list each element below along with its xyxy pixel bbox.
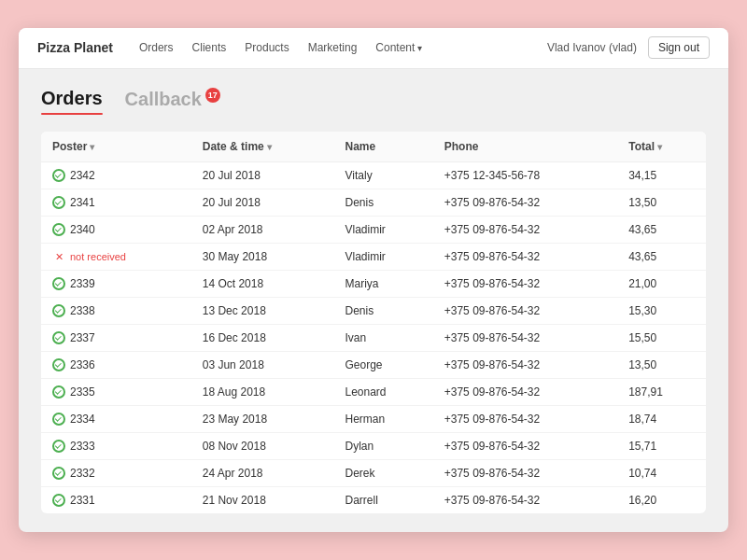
- cell-poster: 2341: [41, 189, 191, 217]
- order-id: 2340: [70, 223, 95, 236]
- cell-total: 15,50: [617, 325, 706, 352]
- cell-total: 43,65: [617, 244, 706, 271]
- cell-phone: +375 09-876-54-32: [433, 298, 617, 325]
- cell-name: Mariya: [334, 271, 433, 298]
- table-header-row: Poster Date & time Name Phone Total: [41, 132, 706, 162]
- sign-out-button[interactable]: Sign out: [648, 36, 710, 59]
- cell-poster: 2342: [41, 162, 191, 189]
- cell-phone: +375 09-876-54-32: [433, 244, 617, 271]
- cell-total: 21,00: [617, 271, 706, 298]
- col-total[interactable]: Total: [617, 132, 706, 162]
- cell-poster: 2332: [41, 460, 191, 487]
- tab-callback[interactable]: Callback17: [125, 88, 220, 116]
- cell-name: Ivan: [334, 325, 433, 352]
- cell-name: Herman: [334, 406, 433, 433]
- cell-date: 14 Oct 2018: [191, 271, 334, 298]
- cell-phone: +375 09-876-54-32: [433, 460, 617, 487]
- cell-name: Derek: [334, 460, 433, 487]
- cell-phone: +375 09-876-54-32: [433, 352, 617, 379]
- top-nav: Pizza Planet Orders Clients Products Mar…: [19, 28, 728, 69]
- table-row[interactable]: 233518 Aug 2018Leonard+375 09-876-54-321…: [41, 379, 706, 406]
- check-icon: [52, 277, 65, 290]
- cell-total: 13,50: [617, 189, 706, 217]
- table-row[interactable]: 234002 Apr 2018Vladimir+375 09-876-54-32…: [41, 217, 706, 244]
- nav-clients[interactable]: Clients: [192, 41, 227, 54]
- check-icon: [52, 440, 65, 453]
- cell-phone: +375 09-876-54-32: [433, 487, 617, 514]
- cell-date: 20 Jul 2018: [191, 162, 334, 189]
- cell-poster: 2334: [41, 406, 191, 433]
- cell-name: Darrell: [334, 487, 433, 514]
- cell-name: Denis: [334, 189, 433, 217]
- table-row[interactable]: 233121 Nov 2018Darrell+375 09-876-54-321…: [41, 487, 706, 514]
- cell-poster: 2337: [41, 325, 191, 352]
- cell-total: 43,65: [617, 217, 706, 244]
- col-name: Name: [334, 132, 433, 162]
- order-id: 2333: [70, 440, 95, 453]
- cell-poster: 2335: [41, 379, 191, 406]
- table-row[interactable]: 234120 Jul 2018Denis+375 09-876-54-3213,…: [41, 189, 706, 217]
- cell-phone: +375 09-876-54-32: [433, 379, 617, 406]
- callback-badge: 17: [205, 88, 220, 103]
- cell-phone: +375 09-876-54-32: [433, 433, 617, 460]
- nav-orders[interactable]: Orders: [139, 41, 174, 54]
- check-icon: [52, 223, 65, 236]
- nav-content[interactable]: Content: [375, 41, 422, 54]
- table-row[interactable]: 233716 Dec 2018Ivan+375 09-876-54-3215,5…: [41, 325, 706, 352]
- table-row[interactable]: 233813 Dec 2018Denis+375 09-876-54-3215,…: [41, 298, 706, 325]
- table-row[interactable]: 234220 Jul 2018Vitaly+375 12-345-56-7834…: [41, 162, 706, 189]
- cell-poster: 2333: [41, 433, 191, 460]
- brand-name: Pizza Planet: [37, 40, 113, 55]
- cell-date: 16 Dec 2018: [191, 325, 334, 352]
- check-icon: [52, 358, 65, 371]
- col-phone: Phone: [433, 132, 617, 162]
- order-id: 2331: [70, 494, 95, 507]
- order-id: 2335: [70, 385, 95, 399]
- x-icon: ✕: [52, 250, 65, 263]
- check-icon: [52, 413, 65, 426]
- nav-right: Vlad Ivanov (vlad) Sign out: [547, 36, 710, 59]
- table-row[interactable]: ✕not received30 May 2018Vladimir+375 09-…: [41, 244, 706, 271]
- cell-phone: +375 09-876-54-32: [433, 325, 617, 352]
- cell-poster: 2340: [41, 217, 191, 244]
- cell-date: 18 Aug 2018: [191, 379, 334, 406]
- table-row[interactable]: 233308 Nov 2018Dylan+375 09-876-54-3215,…: [41, 433, 706, 460]
- nav-links: Orders Clients Products Marketing Conten…: [139, 41, 547, 54]
- table-row[interactable]: 233603 Jun 2018George+375 09-876-54-3213…: [41, 352, 706, 379]
- col-datetime[interactable]: Date & time: [191, 132, 334, 162]
- main-content: Orders Callback17 Poster Date & time Nam…: [19, 69, 728, 533]
- order-id: 2337: [70, 331, 95, 344]
- table-row[interactable]: 233914 Oct 2018Mariya+375 09-876-54-3221…: [41, 271, 706, 298]
- cell-total: 10,74: [617, 460, 706, 487]
- cell-name: George: [334, 352, 433, 379]
- nav-marketing[interactable]: Marketing: [308, 41, 358, 54]
- user-label: Vlad Ivanov (vlad): [547, 41, 637, 54]
- check-icon: [52, 331, 65, 344]
- check-icon: [52, 494, 65, 507]
- orders-table: Poster Date & time Name Phone Total 2342…: [41, 132, 706, 513]
- order-id: 2332: [70, 467, 95, 480]
- table-row[interactable]: 233224 Apr 2018Derek+375 09-876-54-3210,…: [41, 460, 706, 487]
- col-poster[interactable]: Poster: [41, 132, 191, 162]
- cell-name: Vladimir: [334, 217, 433, 244]
- cell-poster: 2338: [41, 298, 191, 325]
- order-id: 2342: [70, 169, 95, 182]
- cell-date: 24 Apr 2018: [191, 460, 334, 487]
- cell-name: Vladimir: [334, 244, 433, 271]
- cell-phone: +375 09-876-54-32: [433, 189, 617, 217]
- cell-total: 15,71: [617, 433, 706, 460]
- tab-orders[interactable]: Orders: [41, 88, 103, 115]
- cell-total: 34,15: [617, 162, 706, 189]
- cell-total: 13,50: [617, 352, 706, 379]
- nav-products[interactable]: Products: [245, 41, 289, 54]
- cell-phone: +375 09-876-54-32: [433, 406, 617, 433]
- cell-phone: +375 12-345-56-78: [433, 162, 617, 189]
- cell-date: 02 Apr 2018: [191, 217, 334, 244]
- cell-date: 13 Dec 2018: [191, 298, 334, 325]
- cell-poster: 2336: [41, 352, 191, 379]
- order-id: 2338: [70, 304, 95, 317]
- check-icon: [52, 385, 65, 399]
- order-id: 2341: [70, 196, 95, 209]
- cell-total: 187,91: [617, 379, 706, 406]
- table-row[interactable]: 233423 May 2018Herman+375 09-876-54-3218…: [41, 406, 706, 433]
